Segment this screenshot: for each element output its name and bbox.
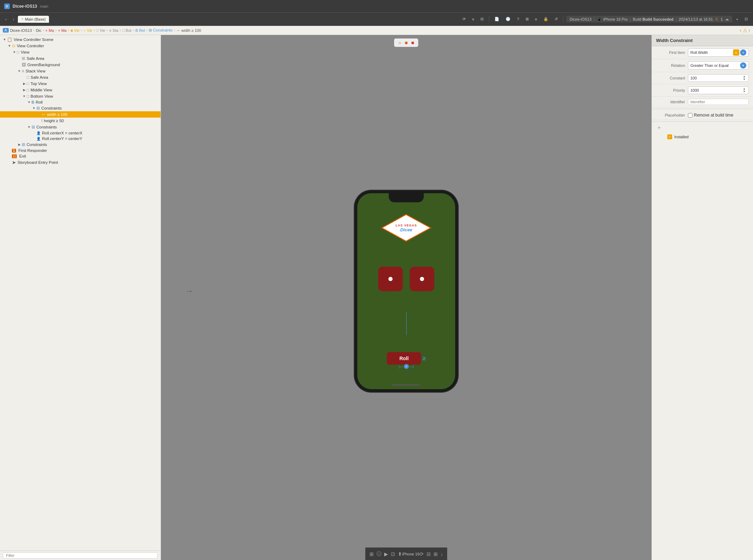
breadcrumb-item-9[interactable]: B Rol [135, 28, 145, 33]
tree-item-safe-area-2[interactable]: □ Safe Area [0, 74, 161, 80]
breadcrumb-item-1[interactable]: Dic [36, 28, 41, 33]
breadcrumb-item-0[interactable]: Dicee-iOS13 [10, 28, 32, 33]
tree-item-top-view[interactable]: ▶ □ Top View [0, 80, 161, 87]
bottom-btn-4[interactable]: ⊡ [391, 551, 395, 557]
tree-item-bottom-view[interactable]: ▼ □ Bottom View [0, 93, 161, 99]
breadcrumb-item-3[interactable]: × Ma [58, 28, 67, 33]
expand-icon[interactable]: ▶ [22, 82, 27, 85]
library-btn[interactable]: ≡ [533, 16, 540, 22]
first-item-controls: ≡ + [733, 49, 746, 56]
tree-item-constraints-roll[interactable]: ▼ ⊞ Constraints [0, 105, 161, 111]
tree-item-stack-view[interactable]: ▼ ≡ Stack View [0, 68, 161, 74]
expand-icon[interactable]: ▼ [17, 69, 22, 73]
tree-item-height-50[interactable]: I height ≥ 50 [0, 118, 161, 124]
width-constraint-indicator: |— ⊙ —| [399, 364, 414, 369]
bottom-btn-3[interactable]: ▶ [384, 551, 388, 557]
prop-row-identifier: Identifier [652, 97, 753, 107]
placeholder-checkbox[interactable] [688, 113, 692, 118]
plus-row: + [652, 123, 753, 132]
add-constraint-btn[interactable]: + [656, 125, 662, 131]
expand-icon[interactable]: ▶ [17, 143, 22, 146]
bottom-btn-2[interactable]: ⓘ [376, 551, 381, 557]
bottom-right-btn-2[interactable]: ⊟ [427, 551, 431, 557]
tree-item-constraints-view[interactable]: ▶ ⊞ Constraints [0, 141, 161, 148]
bottom-right-btn-4[interactable]: ↓ [441, 551, 443, 557]
bottom-btn-1[interactable]: ⊞ [370, 551, 374, 557]
tab-close-icon[interactable]: × [21, 17, 23, 21]
expand-icon[interactable]: ▼ [31, 106, 36, 110]
expand-icon[interactable]: ▼ [12, 50, 17, 54]
tree-item-first-responder[interactable]: 1 First Responder [0, 148, 161, 153]
expand-icon[interactable]: ▼ [2, 38, 7, 41]
breadcrumb-item-11[interactable]: ↔ width ≥ 100 [176, 28, 201, 33]
breadcrumb-item-6[interactable]: □ Vie [96, 28, 105, 33]
tree-item-view[interactable]: ▼ □ View [0, 49, 161, 55]
breadcrumb-prev-btn[interactable]: ‹ [740, 28, 741, 33]
tree-item-view-controller[interactable]: ▼ ⊙ View Controller [0, 43, 161, 49]
tree-item-roll[interactable]: ▼ B Roll [0, 99, 161, 105]
refresh-btn[interactable]: ⟳ [460, 16, 468, 22]
help-btn[interactable]: ? [514, 16, 521, 22]
snippet-btn[interactable]: ↺ [552, 16, 560, 22]
breadcrumb-item-8[interactable]: □ Bot [122, 28, 131, 33]
tree-item-safe-area[interactable]: ⊞ Safe Area [0, 55, 161, 62]
breadcrumb-item-5[interactable]: ○ Vie [84, 28, 92, 33]
breadcrumb-next-btn[interactable]: › [749, 28, 750, 33]
installed-checkbox[interactable]: ✓ [667, 134, 672, 139]
priority-stepper[interactable]: ▲ ▼ [742, 88, 746, 93]
filter-input[interactable] [3, 552, 158, 559]
constraint-line-vertical [406, 312, 407, 335]
relation-value[interactable]: Greater Than or Equal ▼ [688, 61, 749, 70]
list-btn[interactable]: ≡ [470, 16, 477, 22]
first-item-value[interactable]: Roll.Width ≡ + [688, 48, 749, 57]
priority-value[interactable]: 1000 ▲ ▼ [688, 86, 749, 94]
breadcrumb-item-4[interactable]: ■ Vie [71, 28, 79, 33]
tree-item-green-background[interactable]: 🖼 GreenBackground [0, 62, 161, 68]
breadcrumb-item-2[interactable]: × Ma [45, 28, 54, 33]
ib-btn-3[interactable]: ■ [411, 40, 414, 46]
history-btn[interactable]: 🕐 [503, 16, 513, 22]
roll-button[interactable]: Roll [387, 352, 421, 365]
breadcrumb-item-7[interactable]: ≡ Sta [109, 28, 118, 33]
split-btn[interactable]: ⊟ [478, 16, 486, 22]
expand-icon[interactable]: ▶ [22, 88, 27, 92]
relation-blue-btn[interactable]: ▼ [740, 62, 746, 69]
nav-forward-btn[interactable]: › [10, 16, 17, 22]
tree-label: GreenBackground [27, 63, 60, 67]
priority-label: Priority [662, 88, 685, 92]
nav-back-btn[interactable]: ‹ [3, 16, 9, 22]
file-inspector-btn[interactable]: 📄 [492, 16, 502, 22]
tree-item-roll-centery[interactable]: 👤 Roll.centerY = centerY [0, 136, 161, 141]
ib-btn-2[interactable]: ■ [405, 40, 408, 46]
breadcrumb-item-10[interactable]: ⊞ Constraints [149, 28, 173, 33]
tree-item-view-controller-scene[interactable]: ▼ 📋 View Controller Scene [0, 36, 161, 43]
tree-item-roll-centerx[interactable]: 👤 Roll.centerX = centerX [0, 130, 161, 136]
bottom-right-btn-1[interactable]: ⟳ [420, 551, 424, 557]
bottom-right-btn-3[interactable]: ⊞ [434, 551, 438, 557]
expand-icon[interactable]: ▼ [7, 44, 12, 48]
expand-icon[interactable]: ▼ [22, 94, 27, 98]
expand-icon[interactable]: ▼ [27, 125, 31, 129]
active-tab[interactable]: × Main (Base) [18, 16, 49, 23]
constant-down-btn[interactable]: ▼ [742, 78, 746, 81]
media-btn[interactable]: 🔒 [541, 16, 551, 22]
constant-value[interactable]: 100 ▲ ▼ [688, 74, 749, 82]
constant-stepper[interactable]: ▲ ▼ [742, 75, 746, 81]
priority-down-btn[interactable]: ▼ [742, 90, 746, 93]
expand-icon[interactable]: ▼ [27, 100, 31, 104]
object-library-btn[interactable]: ⊞ [523, 16, 531, 22]
tree-item-constraints-bottom[interactable]: ▼ ⊞ Constraints [0, 124, 161, 130]
app-title: Dicee-iOS13 [13, 4, 37, 9]
tree-item-exit[interactable]: ⊡ Exit [0, 153, 161, 159]
bottom-btn-5[interactable]: ⬆ [398, 551, 402, 557]
tree-item-storyboard-entry[interactable]: ➤ Storyboard Entry Point [0, 159, 161, 166]
tree-item-width-100[interactable]: ↔ width ≥ 100 [0, 111, 161, 118]
first-item-orange-btn[interactable]: ≡ [733, 49, 739, 56]
identifier-input[interactable] [688, 99, 749, 105]
tree-item-middle-view[interactable]: ▶ □ Middle View [0, 87, 161, 93]
fullscreen-btn[interactable]: ⊡ [742, 16, 750, 22]
ib-btn-1[interactable]: ○ [398, 40, 401, 46]
tree-label: Constraints [27, 142, 47, 147]
add-btn[interactable]: + [734, 16, 741, 22]
first-item-blue-btn[interactable]: + [740, 49, 746, 56]
